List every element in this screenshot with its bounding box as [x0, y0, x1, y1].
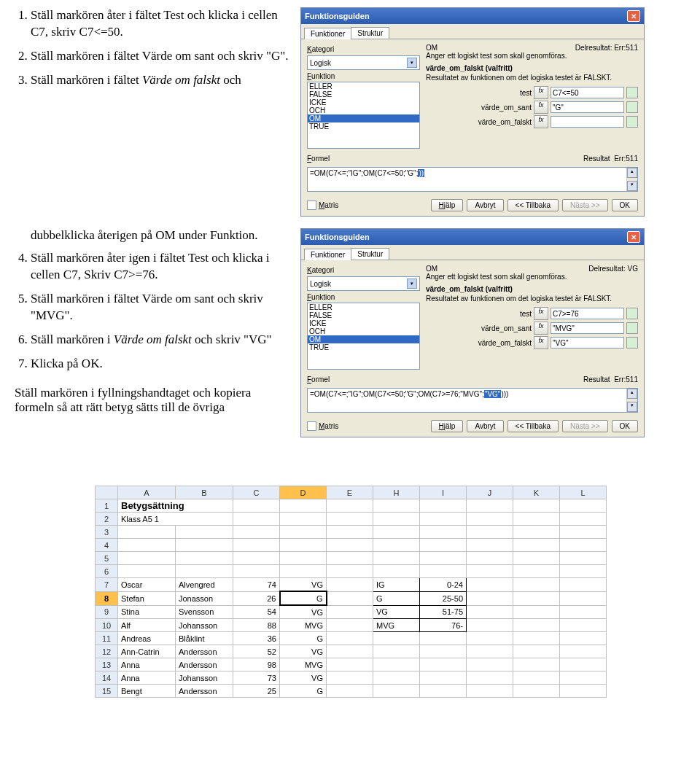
function-listbox[interactable]: ELLER FALSE ICKE OCH OM TRUE [307, 303, 420, 370]
list-item-selected[interactable]: OM [308, 335, 419, 343]
cell[interactable]: 36 [233, 632, 280, 645]
col-header[interactable]: C [233, 486, 280, 499]
list-item[interactable]: ELLER [308, 82, 419, 90]
fx-button[interactable]: fx [534, 336, 548, 349]
cell[interactable]: Johansson [176, 671, 233, 685]
shrink-icon[interactable] [626, 116, 638, 128]
cell[interactable]: Ann-Catrin [118, 645, 176, 658]
row-header[interactable]: 8 [96, 591, 118, 605]
fx-button[interactable]: fx [534, 115, 548, 128]
cell[interactable]: VG [280, 645, 327, 658]
grade-range-cell[interactable]: 51-75 [420, 605, 467, 619]
cell[interactable]: VG [280, 671, 327, 685]
cell[interactable]: Johansson [176, 619, 233, 632]
close-icon[interactable]: ✕ [627, 231, 640, 243]
formula-textbox[interactable]: =OM(C7<=;"IG";OM(C7<=50;"G";OM(C7>=76;"M… [307, 388, 638, 413]
row-header[interactable]: 6 [96, 565, 118, 578]
cancel-button[interactable]: Avbryt [467, 420, 503, 432]
row-header[interactable]: 7 [96, 578, 118, 592]
cell[interactable]: 98 [233, 658, 280, 671]
grade-cell[interactable]: IG [373, 578, 420, 592]
scroll-up-icon[interactable]: ▴ [627, 389, 637, 399]
category-dropdown[interactable]: Logisk▾ [307, 276, 420, 291]
grade-range-cell[interactable]: 25-50 [420, 591, 467, 605]
param-test-input[interactable] [551, 87, 624, 98]
list-item[interactable]: ICKE [308, 98, 419, 106]
tab-structure[interactable]: Struktur [351, 248, 389, 260]
row-header[interactable]: 9 [96, 605, 118, 619]
row-header[interactable]: 15 [96, 685, 118, 698]
col-header[interactable]: K [513, 486, 560, 499]
list-item[interactable]: ICKE [308, 319, 419, 327]
back-button[interactable]: << Tillbaka [508, 199, 559, 211]
cell[interactable]: MVG [280, 619, 327, 632]
next-button[interactable]: Nästa >> [562, 199, 608, 211]
cell[interactable]: Andreas [118, 632, 176, 645]
cell[interactable]: G [280, 632, 327, 645]
fx-button[interactable]: fx [534, 86, 548, 99]
matrix-checkbox[interactable]: Matris [307, 200, 338, 210]
tab-functions[interactable]: Funktioner [304, 28, 351, 39]
shrink-icon[interactable] [626, 101, 638, 113]
cancel-button[interactable]: Avbryt [467, 199, 503, 211]
row-header[interactable]: 11 [96, 632, 118, 645]
grade-range-cell[interactable]: 76- [420, 619, 467, 632]
param-falskt-input[interactable] [551, 337, 624, 349]
col-header[interactable]: B [176, 486, 233, 499]
list-item[interactable]: ELLER [308, 303, 419, 311]
cell[interactable]: 25 [233, 685, 280, 698]
shrink-icon[interactable] [626, 308, 638, 319]
cell[interactable]: G [280, 591, 327, 605]
next-button[interactable]: Nästa >> [562, 420, 608, 432]
cell[interactable]: Stefan [118, 591, 176, 605]
row-header[interactable]: 3 [96, 526, 118, 539]
cell[interactable]: Svensson [176, 605, 233, 619]
cell[interactable]: Anna [118, 671, 176, 685]
fx-button[interactable]: fx [534, 322, 548, 335]
col-header[interactable]: A [118, 486, 176, 499]
function-listbox[interactable]: ELLER FALSE ICKE OCH OM TRUE [307, 82, 420, 149]
col-header[interactable]: L [560, 486, 607, 499]
cell[interactable]: Stina [118, 605, 176, 619]
col-header[interactable]: D [280, 486, 327, 499]
cell[interactable]: 74 [233, 578, 280, 592]
help-button[interactable]: Hjälp [431, 199, 464, 211]
back-button[interactable]: << Tillbaka [508, 420, 559, 432]
fx-button[interactable]: fx [534, 307, 548, 320]
cell[interactable]: VG [280, 578, 327, 592]
row-header[interactable]: 4 [96, 539, 118, 552]
cell[interactable]: 54 [233, 605, 280, 619]
scroll-up-icon[interactable]: ▴ [627, 168, 637, 178]
list-item[interactable]: TRUE [308, 122, 419, 131]
ok-button[interactable]: OK [612, 420, 638, 432]
shrink-icon[interactable] [626, 322, 638, 334]
list-item-selected[interactable]: OM [308, 114, 419, 122]
row-header[interactable]: 10 [96, 619, 118, 632]
cell[interactable]: 52 [233, 645, 280, 658]
cell[interactable]: 73 [233, 671, 280, 685]
shrink-icon[interactable] [626, 87, 638, 98]
cell[interactable]: Andersson [176, 685, 233, 698]
scroll-down-icon[interactable]: ▾ [627, 181, 637, 191]
cell[interactable]: Andersson [176, 645, 233, 658]
col-header[interactable]: I [420, 486, 467, 499]
param-test-input[interactable] [551, 308, 624, 319]
cell[interactable]: 88 [233, 619, 280, 632]
shrink-icon[interactable] [626, 337, 638, 349]
tab-functions[interactable]: Funktioner [304, 249, 351, 260]
param-sant-input[interactable] [551, 322, 624, 334]
col-header[interactable]: H [373, 486, 420, 499]
spreadsheet[interactable]: ABCDEHIJKL1Betygsättning2Klass A5 134567… [95, 486, 685, 698]
cell[interactable]: 26 [233, 591, 280, 605]
grade-cell[interactable]: G [373, 591, 420, 605]
titlebar[interactable]: Funktionsguiden ✕ [301, 229, 644, 245]
grade-cell[interactable]: VG [373, 605, 420, 619]
grade-range-cell[interactable]: 0-24 [420, 578, 467, 592]
row-header[interactable]: 5 [96, 552, 118, 565]
cell[interactable]: Jonasson [176, 591, 233, 605]
list-item[interactable]: TRUE [308, 343, 419, 351]
tab-structure[interactable]: Struktur [351, 27, 389, 39]
formula-textbox[interactable]: =OM(C7<=;"IG";OM(C7<=50;"G";)) ▴▾ [307, 167, 638, 192]
cell[interactable]: MVG [280, 658, 327, 671]
cell[interactable]: G [280, 685, 327, 698]
